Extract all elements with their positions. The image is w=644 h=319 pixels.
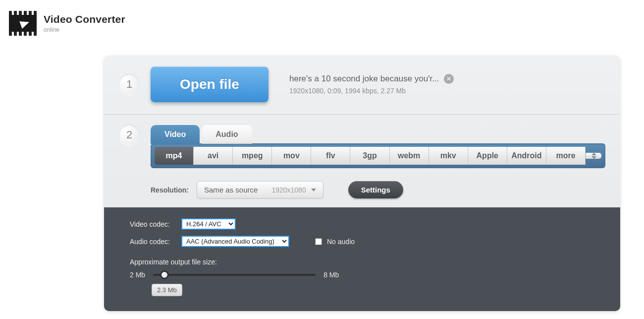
file-info: here's a 10 second joke because you'r...… <box>289 74 454 95</box>
format-more-chevron-icon[interactable] <box>586 153 601 159</box>
resolution-value: Same as source <box>204 186 258 194</box>
audio-codec-label: Audio codec: <box>130 238 175 246</box>
resolution-dimensions: 1920x1080 <box>271 186 306 194</box>
no-audio-checkbox[interactable] <box>315 238 322 245</box>
audio-codec-select[interactable]: AAC (Advanced Audio Coding) <box>181 236 289 247</box>
tab-video[interactable]: Video <box>151 125 200 144</box>
slider-max-label: 8 Mb <box>323 271 339 279</box>
format-flv[interactable]: flv <box>311 147 350 165</box>
format-webm[interactable]: webm <box>390 147 429 165</box>
output-size-badge: 2.3 Mb <box>152 284 182 296</box>
app-subtitle: online <box>44 26 125 33</box>
step-2-badge: 2 <box>119 125 140 145</box>
size-slider[interactable] <box>153 274 316 276</box>
video-codec-label: Video codec: <box>130 220 175 228</box>
open-file-button[interactable]: Open file <box>151 66 268 102</box>
format-android[interactable]: Android <box>507 147 546 165</box>
size-slider-thumb[interactable] <box>160 270 169 279</box>
main-panel: 1 Open file here's a 10 second joke beca… <box>104 56 620 311</box>
format-3gp[interactable]: 3gp <box>350 147 389 165</box>
no-audio-label: No audio <box>327 238 355 246</box>
formats-bar: mp4 avi mpeg mov flv 3gp webm mkv Apple … <box>151 143 605 168</box>
format-avi[interactable]: avi <box>194 147 233 165</box>
approx-size-label: Approximate output file size: <box>130 258 594 266</box>
format-mpeg[interactable]: mpeg <box>233 147 272 165</box>
remove-file-icon[interactable]: ✕ <box>444 74 454 84</box>
format-apple[interactable]: Apple <box>468 147 507 165</box>
step-2-section: 2 Video Audio mp4 avi mpeg mov flv 3gp w… <box>104 115 620 207</box>
slider-min-label: 2 Mb <box>130 271 145 279</box>
file-name: here's a 10 second joke because you'r... <box>289 74 439 84</box>
file-meta: 1920x1080, 0:09, 1994 kbps, 2.27 Mb <box>289 87 454 95</box>
settings-button[interactable]: Settings <box>348 181 403 198</box>
step-1-badge: 1 <box>119 74 140 95</box>
resolution-label: Resolution: <box>151 186 189 194</box>
no-audio-option[interactable]: No audio <box>315 238 355 246</box>
step-1-section: 1 Open file here's a 10 second joke beca… <box>104 56 620 115</box>
advanced-settings-section: Video codec: H.264 / AVC Audio codec: AA… <box>104 207 620 311</box>
format-mp4[interactable]: mp4 <box>155 147 194 165</box>
app-logo-area: Video Converter online <box>9 11 125 36</box>
tab-audio[interactable]: Audio <box>202 125 252 144</box>
chevron-down-icon <box>311 189 316 191</box>
media-tabs: Video Audio <box>151 125 605 143</box>
resolution-select[interactable]: Same as source 1920x1080 <box>197 181 323 198</box>
format-more[interactable]: more <box>546 147 586 165</box>
app-logo-icon <box>9 11 37 36</box>
format-mov[interactable]: mov <box>272 147 311 165</box>
video-codec-select[interactable]: H.264 / AVC <box>181 218 236 230</box>
app-title: Video Converter <box>44 13 125 25</box>
format-mkv[interactable]: mkv <box>429 147 468 165</box>
